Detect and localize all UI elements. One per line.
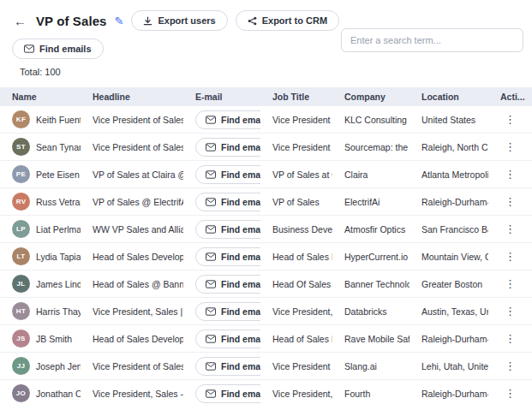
table-row: JS JB Smith Head of Sales Developmen... …	[0, 325, 532, 353]
company-cell: Banner Technologies	[332, 279, 409, 289]
find-email-label: Find email	[221, 197, 260, 207]
kebab-menu-button[interactable]: ⋮	[498, 112, 523, 127]
envelope-icon	[206, 116, 216, 124]
name-cell: PE Pete Eisen	[0, 165, 81, 183]
avatar: JO	[12, 384, 30, 402]
find-email-label: Find email	[221, 389, 260, 399]
contact-name: Lydia Tapia H	[36, 252, 81, 262]
column-header-location: Location	[409, 92, 488, 102]
kebab-menu-button[interactable]: ⋮	[498, 167, 523, 181]
export-to-crm-button[interactable]: Export to CRM	[236, 10, 339, 31]
page-title: VP of Sales	[36, 14, 107, 28]
table-body: KF Keith Fuente Vice President of Sales …	[0, 106, 532, 404]
find-emails-label: Find emails	[39, 44, 92, 54]
headline-cell: WW VP Sales and Alliances	[81, 224, 183, 235]
email-cell: Find email	[183, 247, 260, 266]
location-cell: Lehi, Utah, United ...	[409, 361, 488, 371]
company-cell: Claira	[332, 169, 409, 180]
envelope-icon	[206, 143, 216, 152]
location-cell: Greater Boston	[409, 279, 488, 289]
find-email-button[interactable]: Find email	[195, 302, 260, 321]
email-cell: Find email	[183, 220, 260, 239]
job-title-cell: Vice President of S...	[260, 115, 332, 125]
contact-name: JB Smith	[36, 334, 72, 344]
name-cell: ST Sean Tynan	[0, 138, 81, 156]
find-email-button[interactable]: Find email	[195, 193, 260, 211]
avatar: KF	[12, 110, 30, 128]
actions-cell: ⋮	[488, 167, 532, 181]
column-header-headline: Headline	[81, 92, 183, 102]
table-row: KF Keith Fuente Vice President of Sales …	[0, 106, 532, 134]
kebab-menu-button[interactable]: ⋮	[498, 194, 523, 209]
actions-cell: ⋮	[488, 304, 532, 318]
company-cell: Atmosfir Optics	[332, 224, 409, 235]
email-cell: Find email	[183, 384, 260, 403]
company-cell: KLC Consulting Gr...	[332, 115, 409, 125]
kebab-menu-button[interactable]: ⋮	[498, 386, 523, 401]
envelope-icon	[206, 198, 216, 206]
job-title-cell: VP of Sales	[260, 197, 332, 207]
contact-name: Jonathan Ov	[36, 389, 81, 399]
headline-cell: Head of Sales Developmen...	[81, 334, 183, 344]
actions-cell: ⋮	[488, 140, 532, 154]
job-title-cell: Vice President, Sal...	[260, 389, 332, 399]
headline-cell: Vice President of Sales, So...	[81, 142, 183, 152]
find-email-label: Find email	[221, 279, 260, 289]
kebab-menu-button[interactable]: ⋮	[498, 222, 523, 236]
find-email-button[interactable]: Find email	[195, 138, 260, 157]
actions-cell: ⋮	[488, 386, 532, 401]
contact-name: Russ Vetran	[36, 197, 81, 207]
company-cell: Sourcemap: the Su...	[332, 142, 409, 152]
contact-name: Joseph Jenk	[36, 361, 81, 371]
kebab-menu-button[interactable]: ⋮	[498, 140, 523, 154]
kebab-menu-button[interactable]: ⋮	[498, 249, 523, 264]
find-email-button[interactable]: Find email	[195, 247, 260, 266]
find-email-button[interactable]: Find email	[195, 357, 260, 376]
email-cell: Find email	[183, 110, 260, 129]
find-email-button[interactable]: Find email	[195, 220, 260, 239]
export-users-button[interactable]: Export users	[131, 10, 227, 31]
share-icon	[248, 16, 257, 26]
avatar: ST	[12, 138, 30, 156]
name-cell: JJ Joseph Jenk	[0, 357, 81, 375]
kebab-menu-button[interactable]: ⋮	[498, 276, 523, 291]
kebab-menu-button[interactable]: ⋮	[498, 359, 523, 373]
headline-cell: Vice President, Sales - Hot...	[81, 389, 183, 399]
find-email-label: Find email	[221, 115, 260, 125]
contact-name: Harris Thaye	[36, 306, 81, 317]
table-row: JO Jonathan Ov Vice President, Sales - H…	[0, 380, 532, 404]
company-cell: Slang.ai	[332, 361, 409, 371]
edit-title-icon[interactable]: ✎	[115, 15, 124, 27]
envelope-icon	[24, 45, 34, 53]
avatar: HT	[12, 302, 30, 320]
find-email-button[interactable]: Find email	[195, 384, 260, 403]
search-input[interactable]	[341, 28, 523, 52]
find-email-label: Find email	[221, 224, 260, 235]
email-cell: Find email	[183, 302, 260, 321]
export-users-label: Export users	[158, 15, 215, 26]
job-title-cell: Vice President, Sal...	[260, 306, 332, 317]
avatar: RV	[12, 193, 30, 211]
find-email-button[interactable]: Find email	[195, 330, 260, 348]
email-cell: Find email	[183, 165, 260, 184]
envelope-icon	[206, 389, 216, 398]
table-row: JL James Lindb Head of Sales @ Banner | …	[0, 270, 532, 298]
kebab-menu-button[interactable]: ⋮	[498, 331, 523, 346]
company-cell: Databricks	[332, 306, 409, 317]
find-email-button[interactable]: Find email	[195, 110, 260, 129]
contact-name: Liat Perlman	[36, 224, 81, 235]
find-email-button[interactable]: Find email	[195, 275, 260, 294]
location-cell: Raleigh-Durham-C...	[409, 197, 488, 207]
headline-cell: Vice President, Sales | Heal...	[81, 306, 183, 317]
envelope-icon	[206, 335, 216, 343]
back-button[interactable]: ←	[12, 13, 28, 29]
headline-cell: Vice President of Sales @ ...	[81, 115, 183, 125]
find-email-button[interactable]: Find email	[195, 165, 260, 184]
find-email-label: Find email	[221, 142, 260, 152]
contact-name: James Lindb	[36, 279, 81, 289]
avatar: JL	[12, 275, 30, 293]
find-email-label: Find email	[221, 252, 260, 262]
kebab-menu-button[interactable]: ⋮	[498, 304, 523, 318]
find-emails-button[interactable]: Find emails	[12, 39, 104, 59]
location-cell: Atlanta Metropolita...	[409, 169, 488, 180]
